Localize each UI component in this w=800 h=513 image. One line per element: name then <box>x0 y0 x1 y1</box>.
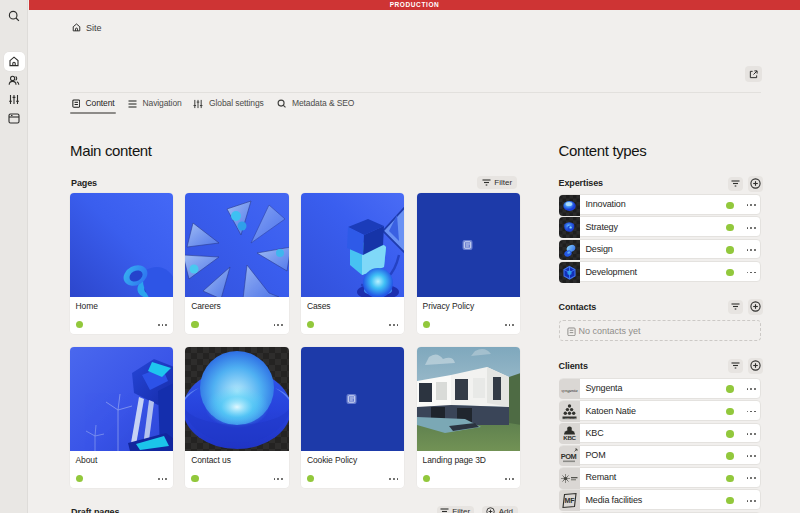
svg-text:syngenta: syngenta <box>562 387 579 392</box>
svg-text:KATOEN NATIE: KATOEN NATIE <box>563 417 578 419</box>
svg-text:KBC: KBC <box>563 435 576 442</box>
svg-text:MF: MF <box>565 497 576 504</box>
svg-text:POM: POM <box>561 452 577 461</box>
